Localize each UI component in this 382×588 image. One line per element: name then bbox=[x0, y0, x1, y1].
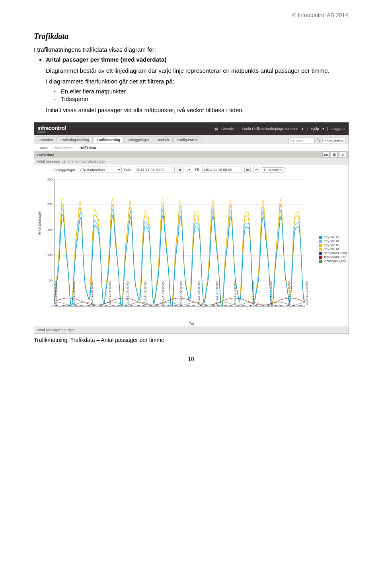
copyright-text: © Infracontrol AB 2014 bbox=[292, 12, 348, 18]
y-tick: 250 bbox=[45, 178, 53, 181]
x-tick: 2014-11-12 00:00 bbox=[251, 281, 255, 305]
chart-legend: City site #0City site #1City site #3City… bbox=[319, 235, 347, 263]
chart-title-bar: Antal passager per timme (med väderdata) bbox=[34, 158, 349, 165]
chevron-down-icon[interactable]: ▾ bbox=[302, 127, 304, 131]
y-tick: 150 bbox=[45, 228, 53, 231]
x-tick: 2014-11-04 00:00 bbox=[108, 281, 111, 305]
sub-tabs: Karta Mätpunkter Trafikdata bbox=[34, 144, 349, 151]
update-button[interactable]: ↻Uppdatera bbox=[262, 167, 284, 173]
legend-item: City site #1 bbox=[319, 239, 347, 243]
x-tick: 2014-11-03 00:00 bbox=[90, 281, 94, 305]
topnav-logout[interactable]: Logga ut bbox=[331, 127, 345, 131]
bullet-title: Antal passager per timme (med väderdata) bbox=[46, 56, 166, 63]
y-tick: 200 bbox=[45, 202, 53, 206]
new-ticket-button[interactable]: +Nytt ärende bbox=[322, 138, 345, 143]
x-tick: 2014-11-11 00:00 bbox=[233, 281, 237, 305]
subtab-trafikdata[interactable]: Trafikdata bbox=[76, 145, 99, 151]
chart-area: Antal passager Tid 0 50 100 15 bbox=[34, 175, 349, 326]
section-header-bar: Trafikdata .asc ▥ ⎙ bbox=[34, 151, 349, 158]
paragraph: I diagrammets filterfunktion går det att… bbox=[46, 78, 348, 85]
export-excel-button[interactable]: ▥ bbox=[331, 151, 338, 158]
main-tabs: Ärenden Parkeringsledning Trafikmätning … bbox=[34, 135, 349, 144]
section-title: Trafikdata bbox=[37, 153, 55, 157]
tab-trafikmatning[interactable]: Trafikmätning bbox=[93, 136, 124, 143]
x-tick: 2014-11-07 00:00 bbox=[162, 281, 165, 305]
export-asc-button[interactable]: .asc bbox=[322, 151, 329, 158]
legend-item: Temperatur (°C) bbox=[319, 255, 347, 259]
legend-label: Vindstyrka (m/s) bbox=[324, 259, 347, 263]
grid-icon[interactable]: ▦ bbox=[214, 127, 218, 131]
filter-label-anl: Anläggningar: bbox=[54, 168, 76, 172]
to-date-input[interactable]: 2014-11-16 00:00 bbox=[202, 167, 242, 173]
divider: | bbox=[238, 127, 238, 131]
filter-label-from: Från: bbox=[124, 168, 133, 172]
x-axis-label: Tid bbox=[189, 322, 194, 326]
button-label: Uppdatera bbox=[267, 168, 282, 172]
chevron-down-icon: ▾ bbox=[118, 168, 120, 172]
figure-caption: Trafikmätning: Trafikdata – Antal passag… bbox=[34, 336, 348, 344]
x-tick: 2014-11-05 00:00 bbox=[126, 281, 129, 305]
section-heading: Trafikdata bbox=[34, 32, 348, 41]
legend-item: City site #0 bbox=[319, 235, 347, 239]
legend-swatch bbox=[319, 260, 322, 263]
tab-arenden[interactable]: Ärenden bbox=[36, 136, 57, 143]
x-tick: 2014-11-09 00:00 bbox=[197, 281, 201, 305]
divider: | bbox=[327, 127, 328, 131]
x-tick: 2014-11-13 00:00 bbox=[269, 281, 273, 305]
search-icon[interactable]: 🔍 bbox=[316, 138, 321, 142]
legend-label: City site #4 bbox=[324, 247, 339, 251]
chart-footer-bar: Antal passager per dygn bbox=[34, 326, 349, 334]
x-tick: 2014-11-02 00:00 bbox=[72, 281, 76, 305]
button-label: Nytt ärende bbox=[327, 139, 343, 142]
topnav-overview[interactable]: Översikt bbox=[221, 127, 234, 131]
legend-item: Nederbörd (mm) bbox=[319, 251, 347, 255]
subtab-matpunkter[interactable]: Mätpunkter bbox=[52, 145, 76, 151]
tab-parkering[interactable]: Parkeringsledning bbox=[57, 136, 93, 143]
topbar: ınfracontrol online ▦ Översikt | Paula P… bbox=[34, 122, 349, 135]
sites-select[interactable]: Alla mätpunkter▾ bbox=[79, 167, 122, 173]
intro-text: I trafikmätningens trafikdata visas diag… bbox=[34, 46, 348, 54]
clock-icon[interactable]: ◔ bbox=[186, 167, 192, 173]
bullet-item: Antal passager per timme (med väderdata) bbox=[46, 56, 348, 63]
print-button[interactable]: ⎙ bbox=[339, 151, 346, 158]
calendar-icon[interactable]: ▦ bbox=[177, 167, 183, 173]
y-axis-label: Antal passager bbox=[37, 211, 41, 235]
x-tick: 2014-11-10 00:00 bbox=[215, 281, 219, 305]
legend-label: Nederbörd (mm) bbox=[324, 251, 347, 255]
tab-anlaggningar[interactable]: Anläggningar bbox=[124, 136, 152, 143]
x-tick: 2014-11-08 00:00 bbox=[179, 281, 183, 305]
chevron-down-icon[interactable]: ▾ bbox=[322, 127, 324, 131]
legend-swatch bbox=[319, 236, 322, 239]
tab-statistik[interactable]: Statistik bbox=[153, 136, 173, 143]
clock-icon[interactable]: ◔ bbox=[253, 167, 259, 173]
legend-label: City site #0 bbox=[324, 235, 339, 239]
x-tick: 2014-11-01 00:00 bbox=[54, 281, 58, 305]
topnav-help[interactable]: Hjälp bbox=[311, 127, 319, 131]
y-tick: 50 bbox=[45, 279, 53, 282]
y-tick: 0 bbox=[45, 304, 53, 308]
filter-bar: Anläggningar: Alla mätpunkter▾ Från: 201… bbox=[34, 165, 349, 175]
app-screenshot: ınfracontrol online ▦ Översikt | Paula P… bbox=[34, 122, 349, 334]
legend-label: Temperatur (°C) bbox=[324, 255, 346, 259]
legend-label: City site #1 bbox=[324, 239, 339, 243]
from-date-input[interactable]: 2014-11-01 00:00 bbox=[135, 167, 175, 173]
topnav-user[interactable]: Paula Phillips/Norrköpings kommun bbox=[242, 127, 298, 131]
paragraph: Initialt visas antalet passager vid alla… bbox=[46, 106, 348, 114]
legend-swatch bbox=[319, 244, 322, 247]
select-value: Alla mätpunkter bbox=[80, 168, 105, 172]
subtab-karta[interactable]: Karta bbox=[37, 145, 52, 151]
tab-konfiguration[interactable]: Konfiguration bbox=[173, 136, 201, 143]
plus-icon: + bbox=[324, 139, 326, 142]
x-tick: 2014-11-06 00:00 bbox=[144, 281, 147, 305]
calendar-icon[interactable]: ▦ bbox=[244, 167, 251, 173]
legend-swatch bbox=[319, 248, 322, 251]
legend-swatch bbox=[319, 252, 322, 255]
divider: | bbox=[307, 127, 308, 131]
dash-item: En eller flera mätpunkter bbox=[61, 88, 348, 95]
legend-item: City site #4 bbox=[319, 247, 347, 251]
x-tick: 2014-11-15 00:00 bbox=[305, 281, 308, 305]
paragraph: Diagrammet består av ett linjediagram dä… bbox=[46, 67, 348, 75]
ticket-search-input[interactable]: Ärendenr bbox=[288, 138, 315, 143]
legend-swatch bbox=[319, 256, 322, 259]
dash-item: Tidsspann bbox=[61, 95, 348, 102]
